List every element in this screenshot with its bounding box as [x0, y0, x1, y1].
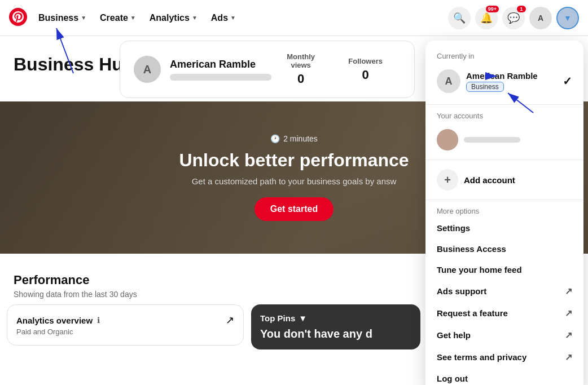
- messages-badge: 1: [517, 6, 526, 12]
- nav-create[interactable]: Create ▼: [93, 8, 143, 28]
- followers-stat: Followers 0: [348, 57, 383, 82]
- followers-label: Followers: [348, 57, 383, 65]
- analytics-subtitle: Paid and Organic: [16, 328, 234, 336]
- checkmark-icon: ✓: [563, 74, 572, 88]
- menu-item-logout[interactable]: Log out: [425, 368, 583, 385]
- nav-business[interactable]: Business ▼: [32, 8, 93, 28]
- notifications-badge: 99+: [486, 6, 499, 12]
- analytics-title: Analytics overview: [16, 316, 93, 325]
- chevron-down-icon: ▼: [192, 15, 198, 21]
- currently-in-badge: Business: [466, 82, 504, 92]
- menu-item-ads-support[interactable]: Ads support ↗: [425, 280, 583, 302]
- monthly-views-stat: Monthly views 0: [280, 52, 321, 86]
- your-accounts-label: Your accounts: [425, 109, 583, 125]
- notifications-button[interactable]: 🔔 99+: [475, 7, 498, 29]
- divider: [425, 104, 583, 105]
- account-row[interactable]: [425, 125, 583, 155]
- account-name-blur: [464, 137, 520, 143]
- dropdown-menu: Currently in A American Ramble Business …: [425, 41, 583, 385]
- user-avatar-button[interactable]: A: [529, 7, 552, 29]
- analytics-card: Analytics overview ℹ ↗ Paid and Organic: [7, 304, 244, 346]
- hero-subtitle: Get a customized path to your business g…: [192, 176, 397, 186]
- external-link-icon: ↗: [565, 308, 572, 318]
- divider: [425, 160, 583, 160]
- profile-dropdown-button[interactable]: ▼: [556, 7, 579, 29]
- monthly-views-label: Monthly views: [280, 52, 321, 69]
- divider: [425, 200, 583, 200]
- profile-avatar: A: [134, 56, 161, 83]
- nav-icons: 🔍 🔔 99+ 💬 1 A ▼: [448, 7, 579, 29]
- external-link-icon: ↗: [565, 286, 572, 297]
- search-button[interactable]: 🔍: [448, 7, 471, 29]
- menu-item-terms-privacy[interactable]: See terms and privacy ↗: [425, 346, 583, 368]
- followers-value: 0: [348, 68, 383, 82]
- performance-subtitle: Showing data from the last 30 days: [14, 290, 146, 299]
- profile-card: A American Ramble Monthly views 0 Follow…: [120, 41, 415, 98]
- get-started-button[interactable]: Get started: [254, 197, 334, 221]
- add-account-button[interactable]: + Add account: [425, 165, 583, 195]
- message-icon: 💬: [507, 12, 520, 24]
- top-pins-card: Top Pins ▼ You don't have any d: [251, 304, 420, 349]
- hero-title: Unlock better performance: [179, 150, 409, 171]
- chevron-down-icon: ▼: [564, 14, 572, 23]
- external-link-icon: ↗: [565, 352, 572, 362]
- menu-item-request-feature[interactable]: Request a feature ↗: [425, 302, 583, 324]
- menu-item-business-access[interactable]: Business Access: [425, 238, 583, 259]
- menu-item-settings[interactable]: Settings: [425, 218, 583, 238]
- profile-url-blur: [170, 74, 271, 81]
- top-pins-body: You don't have any d: [260, 328, 411, 340]
- menu-item-tune-feed[interactable]: Tune your home feed: [425, 259, 583, 280]
- pinterest-logo[interactable]: [9, 8, 27, 28]
- currently-in-row[interactable]: A American Ramble Business ✓: [425, 65, 583, 100]
- clock-icon: 🕐: [270, 134, 280, 143]
- chevron-down-icon: ▼: [230, 15, 236, 21]
- chevron-down-icon: ▼: [299, 313, 307, 323]
- chevron-down-icon: ▼: [130, 15, 136, 21]
- currently-in-name: American Ramble: [466, 71, 557, 81]
- add-icon: +: [437, 169, 458, 191]
- info-icon: ℹ: [97, 316, 100, 325]
- currently-in-label: Currently in: [425, 50, 583, 65]
- svg-point-0: [9, 8, 27, 26]
- nav-analytics[interactable]: Analytics ▼: [143, 8, 204, 28]
- top-navigation: Business ▼ Create ▼ Analytics ▼ Ads ▼ 🔍 …: [0, 0, 588, 36]
- top-pins-header: Top Pins ▼: [260, 313, 411, 323]
- bell-icon: 🔔: [480, 12, 493, 24]
- currently-in-avatar: A: [437, 69, 460, 93]
- performance-title: Performance: [14, 273, 146, 287]
- search-icon: 🔍: [453, 12, 466, 24]
- chevron-down-icon: ▼: [81, 15, 86, 21]
- messages-button[interactable]: 💬 1: [502, 7, 525, 29]
- profile-name: American Ramble: [170, 59, 271, 70]
- analytics-export-button[interactable]: ↗: [226, 314, 234, 326]
- profile-info: American Ramble: [170, 59, 271, 81]
- hero-time: 🕐 2 minutes: [270, 134, 318, 143]
- currently-in-info: American Ramble Business: [466, 71, 557, 92]
- more-options-label: More options: [425, 205, 583, 218]
- analytics-header: Analytics overview ℹ ↗: [16, 314, 234, 326]
- external-link-icon: ↗: [565, 330, 572, 340]
- nav-ads[interactable]: Ads ▼: [204, 8, 243, 28]
- account-avatar: [437, 129, 458, 151]
- monthly-views-value: 0: [280, 72, 321, 86]
- svg-point-1: [437, 129, 458, 151]
- menu-item-get-help[interactable]: Get help ↗: [425, 324, 583, 346]
